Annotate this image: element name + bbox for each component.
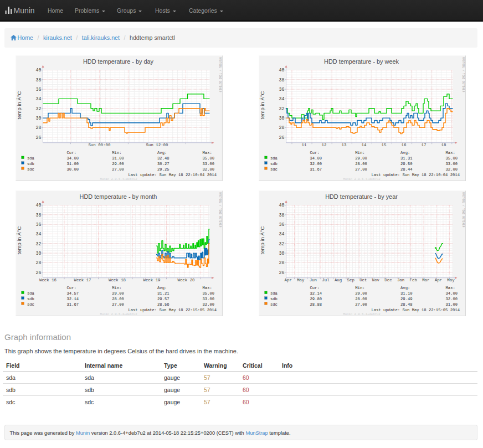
svg-text:27.00: 27.00 (112, 167, 124, 172)
svg-text:17: 17 (422, 143, 427, 147)
svg-text:31.67: 31.67 (67, 302, 79, 307)
svg-text:38: 38 (35, 213, 41, 218)
svg-text:HDD temperature - by week: HDD temperature - by week (324, 58, 399, 65)
svg-text:29.49: 29.49 (400, 297, 413, 301)
svg-text:32: 32 (35, 241, 41, 246)
svg-text:Cur:: Cur: (67, 286, 76, 290)
svg-text:29.00: 29.00 (112, 162, 124, 166)
svg-text:Min:: Min: (112, 286, 121, 290)
svg-text:27.00: 27.00 (355, 167, 367, 172)
svg-text:11: 11 (302, 143, 307, 147)
svg-text:28: 28 (35, 125, 41, 130)
svg-text:Last update: Sun May 18 22:10:: Last update: Sun May 18 22:10:04 2014 (371, 173, 460, 177)
svg-text:31.21: 31.21 (157, 291, 169, 296)
svg-text:28.44: 28.44 (400, 167, 413, 172)
svg-text:Munin 2.0.6-4+deb7u2: Munin 2.0.6-4+deb7u2 (343, 312, 380, 316)
svg-text:29.00: 29.00 (355, 156, 367, 161)
svg-text:32: 32 (35, 106, 41, 111)
svg-text:28: 28 (279, 125, 284, 130)
svg-text:HDD temperature - by month: HDD temperature - by month (80, 193, 157, 200)
svg-text:HDD temperature - by year: HDD temperature - by year (325, 193, 398, 200)
svg-text:35.00: 35.00 (203, 156, 215, 161)
svg-text:sdc: sdc (27, 302, 34, 307)
svg-text:38: 38 (279, 78, 284, 83)
svg-text:Max:: Max: (446, 151, 455, 155)
svg-text:38: 38 (35, 78, 41, 83)
svg-text:40: 40 (279, 68, 284, 73)
svg-text:34: 34 (35, 231, 41, 236)
svg-text:31.00: 31.00 (67, 162, 79, 166)
svg-text:Munin 2.0.6-4+deb7u2: Munin 2.0.6-4+deb7u2 (343, 177, 380, 181)
svg-text:temp in Â°C: temp in Â°C (259, 226, 265, 254)
svg-text:18: 18 (441, 143, 446, 147)
svg-text:34.00: 34.00 (310, 156, 322, 161)
svg-text:29.80: 29.80 (310, 297, 322, 301)
svg-text:Last update: Sun May 18 22:10:: Last update: Sun May 18 22:10:04 2014 (128, 173, 217, 177)
svg-text:34.00: 34.00 (67, 156, 79, 161)
svg-text:sda: sda (270, 291, 278, 296)
svg-text:29.25: 29.25 (157, 167, 169, 172)
svg-text:27.00: 27.00 (355, 302, 367, 307)
svg-text:Max:: Max: (203, 151, 212, 155)
svg-text:temp in Â°C: temp in Â°C (16, 226, 22, 254)
svg-text:Cur:: Cur: (310, 286, 320, 290)
svg-text:Max:: Max: (446, 286, 455, 290)
svg-text:34: 34 (279, 231, 284, 236)
svg-text:May: May (297, 278, 305, 282)
svg-text:Min:: Min: (112, 151, 121, 155)
svg-text:31.67: 31.67 (310, 167, 322, 172)
svg-text:35.00: 35.00 (203, 291, 215, 296)
svg-text:28.56: 28.56 (157, 302, 169, 307)
svg-text:RRDTOOL / TOBI OETIKER: RRDTOOL / TOBI OETIKER (462, 192, 465, 227)
svg-text:14: 14 (362, 143, 367, 147)
svg-text:Avg:: Avg: (157, 151, 167, 155)
svg-text:sdb: sdb (27, 297, 34, 301)
svg-text:32.14: 32.14 (310, 291, 322, 296)
svg-text:Week 19: Week 19 (143, 278, 160, 282)
svg-text:Week 20: Week 20 (177, 278, 194, 282)
svg-text:RRDTOOL / TOBI OETIKER: RRDTOOL / TOBI OETIKER (219, 192, 222, 227)
svg-text:12: 12 (322, 143, 327, 147)
svg-text:26: 26 (35, 270, 41, 275)
svg-text:Mar: Mar (422, 278, 429, 282)
svg-text:36: 36 (279, 87, 284, 92)
svg-text:Max:: Max: (203, 286, 212, 290)
svg-text:Jun: Jun (310, 278, 317, 282)
svg-text:30.27: 30.27 (157, 162, 169, 166)
svg-text:30: 30 (279, 116, 284, 121)
svg-text:28.48: 28.48 (400, 302, 413, 307)
svg-text:32.00: 32.00 (446, 167, 458, 172)
svg-text:Cur:: Cur: (67, 151, 76, 155)
svg-text:Sep: Sep (347, 278, 354, 282)
svg-text:Jan: Jan (397, 278, 404, 282)
svg-text:31.00: 31.00 (112, 156, 124, 161)
svg-text:32.00: 32.00 (446, 297, 458, 301)
svg-text:32.14: 32.14 (67, 297, 79, 301)
svg-text:Week 17: Week 17 (74, 278, 91, 282)
svg-text:32.00: 32.00 (203, 167, 215, 172)
svg-text:33.00: 33.00 (203, 297, 215, 301)
svg-text:32: 32 (279, 241, 284, 246)
svg-text:28.00: 28.00 (355, 162, 367, 166)
svg-text:sdb: sdb (270, 162, 278, 166)
svg-text:33.00: 33.00 (446, 162, 458, 166)
svg-text:36: 36 (35, 87, 41, 92)
svg-text:sdb: sdb (27, 162, 34, 166)
svg-text:sda: sda (27, 291, 35, 296)
svg-text:Oct: Oct (359, 278, 367, 282)
svg-text:Min:: Min: (355, 286, 364, 290)
svg-text:Avg:: Avg: (157, 286, 167, 290)
svg-text:28.00: 28.00 (112, 297, 124, 301)
svg-text:30: 30 (279, 251, 284, 256)
svg-text:40: 40 (35, 68, 41, 73)
svg-text:28.00: 28.00 (355, 297, 367, 301)
svg-text:35.00: 35.00 (446, 156, 458, 161)
svg-text:30.00: 30.00 (67, 167, 79, 172)
svg-text:temp in Â°C: temp in Â°C (259, 91, 265, 119)
svg-text:31.10: 31.10 (400, 291, 413, 296)
svg-text:sda: sda (27, 156, 35, 161)
svg-text:sdb: sdb (270, 297, 278, 301)
svg-text:30: 30 (35, 116, 41, 121)
svg-text:32.00: 32.00 (310, 162, 322, 166)
svg-text:29.00: 29.00 (112, 291, 124, 296)
